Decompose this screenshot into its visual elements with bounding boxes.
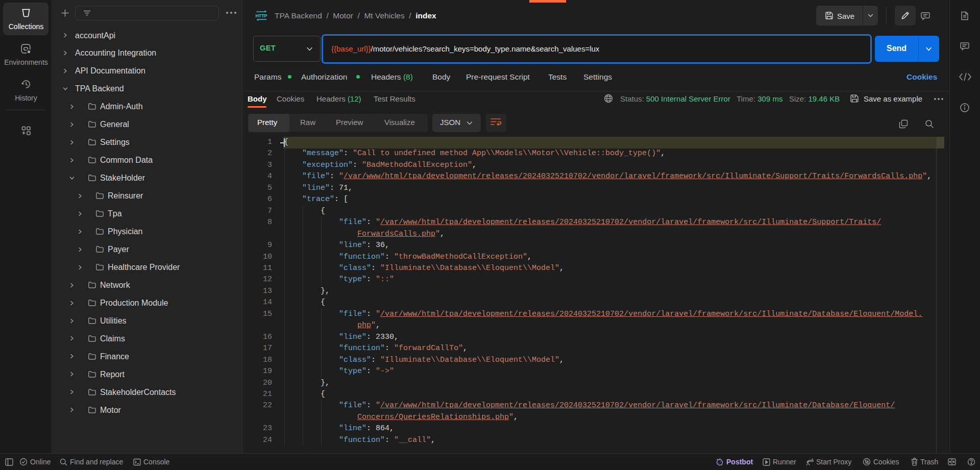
- svg-text:HTTP: HTTP: [256, 13, 267, 18]
